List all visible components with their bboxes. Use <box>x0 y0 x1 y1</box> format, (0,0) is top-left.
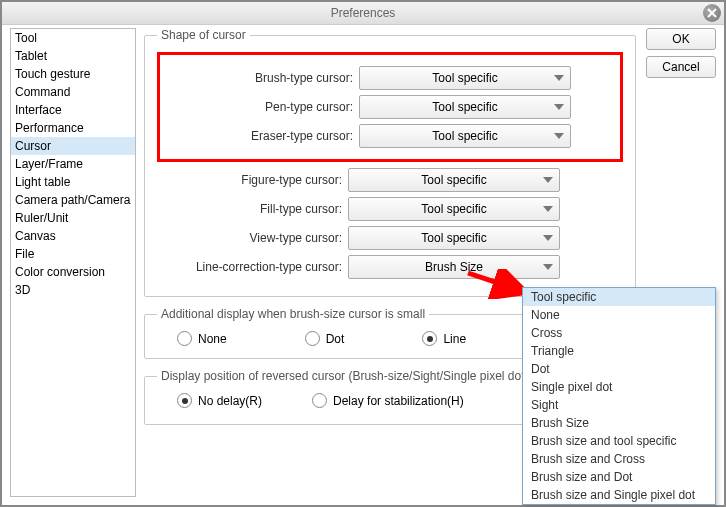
chevron-down-icon <box>543 264 553 270</box>
menu-item[interactable]: Brush size and Single pixel dot <box>523 486 715 504</box>
radio-label: None <box>198 332 227 346</box>
brush-type-label: Brush-type cursor: <box>168 71 359 85</box>
pen-type-label: Pen-type cursor: <box>168 100 359 114</box>
menu-item[interactable]: Brush size and tool specific <box>523 432 715 450</box>
radio-icon <box>177 393 192 408</box>
radio-option[interactable]: Delay for stabilization(H) <box>312 393 464 408</box>
radio-icon <box>305 331 320 346</box>
titlebar: Preferences <box>2 2 724 25</box>
eraser-type-dropdown[interactable]: Tool specific <box>359 124 571 148</box>
line-correction-type-value: Brush Size <box>425 260 483 274</box>
brush-type-value: Tool specific <box>432 71 497 85</box>
menu-item[interactable]: None <box>523 306 715 324</box>
sidebar-item[interactable]: Camera path/Camera <box>11 191 135 209</box>
radio-icon <box>422 331 437 346</box>
shape-of-cursor-legend: Shape of cursor <box>157 28 250 42</box>
menu-item[interactable]: Tool specific <box>523 288 715 306</box>
figure-type-dropdown[interactable]: Tool specific <box>348 168 560 192</box>
radio-option[interactable]: Line <box>422 331 466 346</box>
radio-label: Dot <box>326 332 345 346</box>
chevron-down-icon <box>543 177 553 183</box>
eraser-type-label: Eraser-type cursor: <box>168 129 359 143</box>
radio-option[interactable]: Dot <box>305 331 345 346</box>
display-position-legend: Display position of reversed cursor (Bru… <box>157 369 533 383</box>
sidebar-item[interactable]: Cursor <box>11 137 135 155</box>
menu-item[interactable]: Triangle <box>523 342 715 360</box>
sidebar-item[interactable]: Light table <box>11 173 135 191</box>
view-type-value: Tool specific <box>421 231 486 245</box>
cursor-type-menu[interactable]: Tool specificNoneCrossTriangleDotSingle … <box>522 287 716 505</box>
sidebar-item[interactable]: Tablet <box>11 47 135 65</box>
figure-type-value: Tool specific <box>421 173 486 187</box>
view-type-label: View-type cursor: <box>157 231 348 245</box>
radio-icon <box>177 331 192 346</box>
chevron-down-icon <box>543 235 553 241</box>
sidebar-item[interactable]: Performance <box>11 119 135 137</box>
highlight-box: Brush-type cursor: Tool specific Pen-typ… <box>157 52 623 162</box>
cancel-button[interactable]: Cancel <box>646 56 716 78</box>
menu-item[interactable]: Brush size and Dot <box>523 468 715 486</box>
sidebar-item[interactable]: Command <box>11 83 135 101</box>
pen-type-dropdown[interactable]: Tool specific <box>359 95 571 119</box>
sidebar-item[interactable]: Tool <box>11 29 135 47</box>
view-type-dropdown[interactable]: Tool specific <box>348 226 560 250</box>
fill-type-label: Fill-type cursor: <box>157 202 348 216</box>
sidebar-item[interactable]: File <box>11 245 135 263</box>
fill-type-dropdown[interactable]: Tool specific <box>348 197 560 221</box>
fill-type-value: Tool specific <box>421 202 486 216</box>
close-icon <box>707 8 717 18</box>
radio-label: Line <box>443 332 466 346</box>
sidebar-item[interactable]: Touch gesture <box>11 65 135 83</box>
radio-option[interactable]: No delay(R) <box>177 393 262 408</box>
sidebar-item[interactable]: Color conversion <box>11 263 135 281</box>
chevron-down-icon <box>554 104 564 110</box>
radio-icon <box>312 393 327 408</box>
close-button[interactable] <box>703 4 721 22</box>
figure-type-label: Figure-type cursor: <box>157 173 348 187</box>
radio-label: Delay for stabilization(H) <box>333 394 464 408</box>
sidebar-item[interactable]: Layer/Frame <box>11 155 135 173</box>
menu-item[interactable]: Cross <box>523 324 715 342</box>
additional-display-legend: Additional display when brush-size curso… <box>157 307 429 321</box>
chevron-down-icon <box>543 206 553 212</box>
window-title: Preferences <box>331 6 396 20</box>
sidebar: ToolTabletTouch gestureCommandInterfaceP… <box>10 28 136 497</box>
shape-of-cursor-group: Shape of cursor Brush-type cursor: Tool … <box>144 28 636 297</box>
sidebar-item[interactable]: Interface <box>11 101 135 119</box>
menu-item[interactable]: Sight <box>523 396 715 414</box>
sidebar-item[interactable]: Canvas <box>11 227 135 245</box>
ok-button[interactable]: OK <box>646 28 716 50</box>
radio-option[interactable]: None <box>177 331 227 346</box>
eraser-type-value: Tool specific <box>432 129 497 143</box>
chevron-down-icon <box>554 75 564 81</box>
brush-type-dropdown[interactable]: Tool specific <box>359 66 571 90</box>
chevron-down-icon <box>554 133 564 139</box>
line-correction-type-label: Line-correction-type cursor: <box>157 260 348 274</box>
line-correction-type-dropdown[interactable]: Brush Size <box>348 255 560 279</box>
sidebar-item[interactable]: Ruler/Unit <box>11 209 135 227</box>
menu-item[interactable]: Brush Size <box>523 414 715 432</box>
sidebar-item[interactable]: 3D <box>11 281 135 299</box>
menu-item[interactable]: Dot <box>523 360 715 378</box>
menu-item[interactable]: Single pixel dot <box>523 378 715 396</box>
radio-label: No delay(R) <box>198 394 262 408</box>
menu-item[interactable]: Brush size and Cross <box>523 450 715 468</box>
pen-type-value: Tool specific <box>432 100 497 114</box>
